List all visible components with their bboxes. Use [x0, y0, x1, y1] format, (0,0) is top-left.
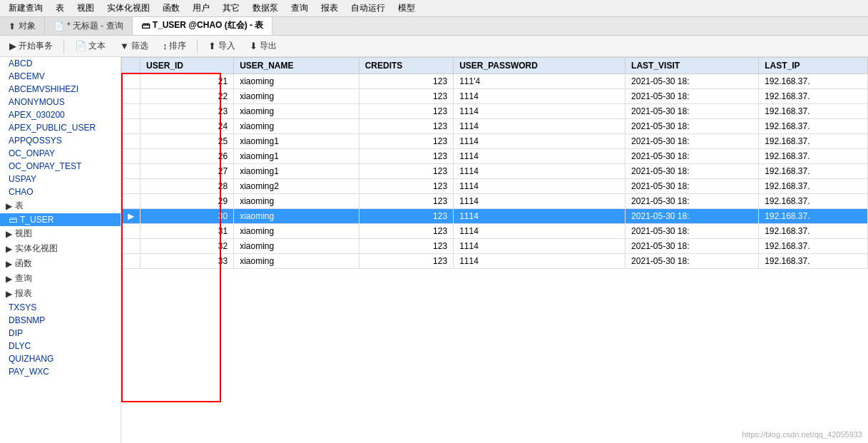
empty-space — [121, 269, 868, 412]
menu-model[interactable]: 模型 — [392, 1, 421, 16]
sidebar-item-appqossys[interactable]: APPQOSSYS — [0, 134, 121, 147]
row-marker — [122, 254, 141, 269]
menu-view[interactable]: 视图 — [71, 1, 100, 16]
cell-user-id: 26 — [141, 149, 234, 164]
cell-credits: 123 — [359, 254, 453, 269]
sidebar-section-table[interactable]: ▶ 表 — [0, 198, 121, 213]
table-row[interactable]: 26xiaoming112311142021-05-30 18:192.168.… — [122, 149, 868, 164]
sidebar-item-abcemvshihezi[interactable]: ABCEMVSHIHEZI — [0, 83, 121, 96]
table-row[interactable]: 28xiaoming212311142021-05-30 18:192.168.… — [122, 179, 868, 194]
tab-object[interactable]: ⬆ 对象 — [0, 17, 45, 35]
col-last-ip[interactable]: LAST_IP — [759, 58, 868, 74]
sidebar-item-apex-public-user[interactable]: APEX_PUBLIC_USER — [0, 121, 121, 134]
cell-user-password: 1114 — [454, 134, 626, 149]
tab-t-user[interactable]: 🗃 T_USER @CHAO (红会) - 表 — [133, 17, 273, 35]
col-credits[interactable]: CREDITS — [359, 58, 453, 74]
sidebar-item-txsys[interactable]: TXSYS — [0, 301, 121, 314]
menu-functions[interactable]: 函数 — [157, 1, 185, 16]
sidebar-item-dip[interactable]: DIP — [0, 327, 121, 340]
cell-credits: 123 — [359, 179, 453, 194]
cell-credits: 123 — [359, 119, 453, 134]
sort-icon: ↕ — [163, 41, 168, 51]
tab-untitled-query[interactable]: 📄 * 无标题 - 查询 — [45, 17, 133, 35]
col-user-password[interactable]: USER_PASSWORD — [454, 58, 626, 74]
col-marker — [122, 58, 141, 74]
menu-table[interactable]: 表 — [50, 1, 70, 16]
expand-report-icon: ▶ — [6, 289, 12, 299]
menu-datapump[interactable]: 数据泵 — [247, 1, 284, 16]
text-icon: 📄 — [75, 41, 86, 51]
cell-last-visit: 2021-05-30 18: — [626, 89, 759, 104]
sidebar-section-view[interactable]: ▶ 视图 — [0, 226, 121, 241]
tab-t-user-icon: 🗃 — [141, 21, 150, 31]
text-button[interactable]: 📄 文本 — [70, 38, 111, 54]
cell-user-password: 1114 — [454, 104, 626, 119]
cell-user-name: xiaoming — [234, 209, 359, 224]
sidebar-item-abcd[interactable]: ABCD — [0, 57, 121, 70]
cell-user-name: xiaoming — [234, 104, 359, 119]
begin-transaction-button[interactable]: ▶ 开始事务 — [4, 38, 58, 54]
sidebar-item-uspay[interactable]: USPAY — [0, 173, 121, 185]
table-row[interactable]: 25xiaoming112311142021-05-30 18:192.168.… — [122, 134, 868, 149]
menu-autorun[interactable]: 自动运行 — [345, 1, 391, 16]
table-row[interactable]: 24xiaoming12311142021-05-30 18:192.168.3… — [122, 119, 868, 134]
menu-new-query[interactable]: 新建查询 — [3, 1, 48, 16]
cell-last-visit: 2021-05-30 18: — [626, 164, 759, 179]
col-last-visit[interactable]: LAST_VISIT — [626, 58, 759, 74]
sidebar-item-apex030200[interactable]: APEX_030200 — [0, 108, 121, 121]
cell-last-ip: 192.168.37. — [759, 209, 868, 224]
sidebar-item-chao[interactable]: CHAO — [0, 185, 121, 198]
table-container[interactable]: USER_ID USER_NAME CREDITS USER_PASSWORD … — [121, 57, 868, 443]
filter-icon: ▼ — [120, 41, 129, 51]
sidebar-item-anonymous[interactable]: ANONYMOUS — [0, 96, 121, 108]
sidebar-item-dbsnmp[interactable]: DBSNMP — [0, 314, 121, 327]
sidebar-section-query[interactable]: ▶ 查询 — [0, 271, 121, 286]
table-row[interactable]: 32xiaoming12311142021-05-30 18:192.168.3… — [122, 239, 868, 254]
sidebar-item-oc-onpay[interactable]: OC_ONPAY — [0, 147, 121, 160]
row-marker — [122, 119, 141, 134]
sidebar-section-functions[interactable]: ▶ 函数 — [0, 256, 121, 271]
cell-user-id: 21 — [141, 74, 234, 89]
cell-last-ip: 192.168.37. — [759, 149, 868, 164]
sidebar-item-abcemv[interactable]: ABCEMV — [0, 70, 121, 83]
cell-credits: 123 — [359, 89, 453, 104]
col-user-id[interactable]: USER_ID — [141, 58, 234, 74]
cell-user-id: 27 — [141, 164, 234, 179]
main-area: ABCD ABCEMV ABCEMVSHIHEZI ANONYMOUS APEX… — [0, 57, 868, 443]
menu-report[interactable]: 报表 — [315, 1, 344, 16]
sidebar-section-report[interactable]: ▶ 报表 — [0, 286, 121, 301]
sidebar-section-matview[interactable]: ▶ 实体化视图 — [0, 241, 121, 256]
table-row[interactable]: 31xiaoming12311142021-05-30 18:192.168.3… — [122, 224, 868, 239]
cell-last-visit: 2021-05-30 18: — [626, 149, 759, 164]
menu-materialized-view[interactable]: 实体化视图 — [101, 1, 155, 16]
row-marker — [122, 224, 141, 239]
table-row[interactable]: ▶30xiaoming12311142021-05-30 18:192.168.… — [122, 209, 868, 224]
sidebar-item-pay-wxc[interactable]: PAY_WXC — [0, 365, 121, 378]
sidebar-item-oc-onpay-test[interactable]: OC_ONPAY_TEST — [0, 160, 121, 173]
sidebar-item-quizhang[interactable]: QUIZHANG — [0, 352, 121, 365]
export-button[interactable]: ⬇ 导出 — [245, 38, 282, 54]
menu-query[interactable]: 查询 — [285, 1, 314, 16]
cell-credits: 123 — [359, 239, 453, 254]
sidebar-item-dlyc[interactable]: DLYC — [0, 340, 121, 352]
table-row[interactable]: 21xiaoming123111'42021-05-30 18:192.168.… — [122, 74, 868, 89]
sort-button[interactable]: ↕ 排序 — [158, 38, 192, 54]
table-row[interactable]: 22xiaoming12311142021-05-30 18:192.168.3… — [122, 89, 868, 104]
table-row[interactable]: 23xiaoming12311142021-05-30 18:192.168.3… — [122, 104, 868, 119]
sidebar-item-t-user-label: T_USER — [20, 215, 53, 225]
cell-user-name: xiaoming — [234, 119, 359, 134]
cell-user-password: 1114 — [454, 164, 626, 179]
table-row[interactable]: 29xiaoming12311142021-05-30 18:192.168.3… — [122, 194, 868, 209]
import-icon: ⬆ — [208, 41, 216, 51]
sidebar-item-t-user[interactable]: 🗃 T_USER — [0, 213, 121, 226]
cell-last-ip: 192.168.37. — [759, 134, 868, 149]
filter-button[interactable]: ▼ 筛选 — [115, 38, 153, 54]
col-user-name[interactable]: USER_NAME — [234, 58, 359, 74]
table-row[interactable]: 27xiaoming112311142021-05-30 18:192.168.… — [122, 164, 868, 179]
import-button[interactable]: ⬆ 导入 — [203, 38, 240, 54]
table-row[interactable]: 33xiaoming12311142021-05-30 18:192.168.3… — [122, 254, 868, 269]
menu-users[interactable]: 用户 — [187, 1, 215, 16]
row-marker — [122, 134, 141, 149]
menu-other[interactable]: 其它 — [217, 1, 245, 16]
cell-user-password: 1114 — [454, 149, 626, 164]
